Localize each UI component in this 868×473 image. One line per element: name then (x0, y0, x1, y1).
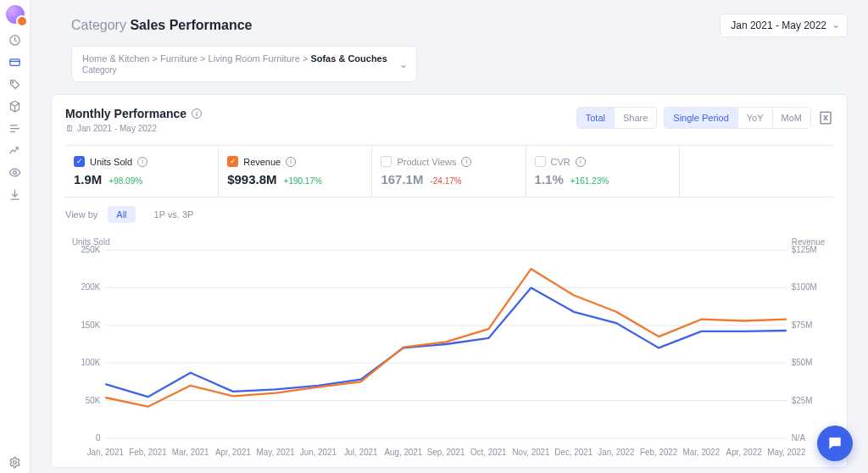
svg-text:N/A: N/A (792, 433, 806, 442)
svg-text:250K: 250K (81, 245, 100, 254)
svg-point-4 (14, 460, 17, 464)
metric-cvr-checkbox[interactable] (535, 156, 546, 167)
svg-point-3 (14, 170, 17, 174)
metric-row: ✓Units Soldi1.9M+98.09%✓Revenuei$993.8M+… (65, 145, 833, 198)
svg-text:May, 2022: May, 2022 (767, 448, 806, 457)
metric-empty (680, 146, 833, 197)
panel-header: Monthly Performance i 🗓 Jan 2021 - May 2… (65, 107, 833, 133)
nav-download-icon[interactable] (0, 183, 31, 205)
nav-timeline-icon[interactable] (0, 117, 31, 139)
chart: Units SoldRevenue0N/A50K$25M100K$50M150K… (65, 235, 833, 462)
mode-tab-total[interactable]: Total (577, 108, 614, 128)
panel-title: Monthly Performance i (65, 107, 202, 120)
viewby-all[interactable]: All (108, 206, 135, 223)
metric-revenue-checkbox[interactable]: ✓ (227, 156, 238, 167)
svg-text:Jun, 2021: Jun, 2021 (300, 448, 337, 457)
nav-history-icon[interactable] (0, 29, 31, 51)
viewby-row: View by All 1P vs. 3P (65, 198, 833, 231)
metric-cvr[interactable]: CVRi1.1%+161.23% (526, 146, 680, 197)
svg-text:May, 2021: May, 2021 (257, 448, 296, 457)
panel-title-text: Monthly Performance (65, 107, 186, 120)
svg-text:Aug, 2021: Aug, 2021 (384, 448, 422, 457)
calendar-icon: 🗓 (65, 124, 74, 133)
svg-text:200K: 200K (81, 282, 100, 292)
nav-trend-icon[interactable] (0, 139, 31, 161)
metric-cvr-label: CVR (551, 157, 570, 167)
svg-text:150K: 150K (81, 320, 100, 330)
period-tab-yoy[interactable]: YoY (737, 108, 772, 128)
svg-text:Apr, 2021: Apr, 2021 (215, 448, 252, 457)
viewby-1p3p[interactable]: 1P vs. 3P (146, 206, 203, 223)
main: Category Sales Performance Jan 2021 - Ma… (31, 0, 868, 473)
date-range-picker[interactable]: Jan 2021 - May 2022 (720, 14, 848, 37)
nav-gear-icon[interactable] (0, 451, 31, 473)
metric-views[interactable]: Product Viewsi167.1M-24.17% (372, 146, 526, 197)
info-icon[interactable]: i (461, 157, 471, 167)
metric-revenue-label: Revenue (243, 157, 281, 167)
metric-units-value: 1.9M (74, 172, 102, 186)
svg-text:$50M: $50M (792, 358, 813, 367)
svg-text:Feb, 2021: Feb, 2021 (129, 448, 167, 457)
export-xls-icon[interactable] (818, 110, 833, 125)
mode-tabs: Total Share (576, 107, 658, 129)
info-icon[interactable]: i (192, 109, 202, 119)
metric-views-checkbox[interactable] (381, 156, 392, 167)
svg-text:$100M: $100M (792, 282, 817, 292)
metric-views-value: 167.1M (381, 172, 423, 186)
nav-tag-icon[interactable] (0, 73, 31, 95)
svg-text:Feb, 2022: Feb, 2022 (640, 448, 678, 457)
svg-text:0: 0 (96, 433, 101, 442)
period-tabs: Single Period YoY MoM (664, 107, 811, 129)
info-icon[interactable]: i (137, 157, 147, 167)
metric-revenue-delta: +190.17% (284, 176, 322, 186)
svg-text:$25M: $25M (792, 396, 813, 405)
panel-period: Jan 2021 - May 2022 (77, 124, 157, 133)
svg-point-2 (12, 81, 14, 83)
metric-revenue-value: $993.8M (227, 172, 276, 186)
metric-views-label: Product Views (397, 157, 456, 167)
metric-units-label: Units Sold (90, 157, 132, 167)
svg-text:$125M: $125M (792, 245, 817, 254)
info-icon[interactable]: i (576, 157, 586, 167)
nav-rail (0, 0, 31, 473)
page-header: Category Sales Performance Jan 2021 - Ma… (71, 14, 848, 37)
svg-text:Sep, 2021: Sep, 2021 (427, 448, 465, 457)
svg-text:50K: 50K (86, 396, 101, 405)
svg-text:Jan, 2022: Jan, 2022 (598, 448, 635, 457)
crumb-2: Living Room Furniture (209, 53, 300, 64)
breadcrumb-path: Home & Kitchen > Furniture > Living Room… (82, 53, 387, 64)
metric-views-delta: -24.17% (430, 176, 461, 186)
crumb-0: Home & Kitchen (82, 53, 149, 64)
crumb-3: Sofas & Couches (310, 53, 387, 64)
metric-units-checkbox[interactable]: ✓ (74, 156, 85, 167)
crumb-1: Furniture (160, 53, 198, 64)
metric-units-delta: +98.09% (108, 176, 142, 186)
mode-tab-share[interactable]: Share (614, 108, 656, 128)
metric-cvr-delta: +161.23% (570, 176, 609, 186)
svg-text:Dec, 2021: Dec, 2021 (554, 448, 593, 457)
breadcrumb[interactable]: Home & Kitchen > Furniture > Living Room… (71, 46, 417, 82)
svg-text:$75M: $75M (792, 320, 813, 330)
svg-text:Jul, 2021: Jul, 2021 (344, 448, 378, 457)
nav-eye-icon[interactable] (0, 161, 31, 183)
svg-text:Mar, 2022: Mar, 2022 (683, 448, 721, 457)
avatar[interactable] (6, 5, 25, 24)
nav-cube-icon[interactable] (0, 95, 31, 117)
svg-text:Nov, 2021: Nov, 2021 (512, 448, 550, 457)
metric-units[interactable]: ✓Units Soldi1.9M+98.09% (65, 146, 219, 197)
viewby-label: View by (65, 209, 97, 220)
chat-button[interactable] (817, 426, 853, 461)
nav-cards-icon[interactable] (0, 51, 31, 73)
svg-text:Jan, 2021: Jan, 2021 (87, 448, 125, 457)
page-title-prefix: Category (71, 18, 126, 32)
info-icon[interactable]: i (286, 157, 296, 167)
period-tab-single[interactable]: Single Period (665, 108, 737, 128)
svg-text:Mar, 2021: Mar, 2021 (172, 448, 209, 457)
panel-subtitle: 🗓 Jan 2021 - May 2022 (65, 124, 202, 133)
period-tab-mom[interactable]: MoM (772, 108, 810, 128)
page-title-main: Sales Performance (130, 18, 252, 32)
breadcrumb-sub: Category (82, 65, 387, 75)
performance-panel: Monthly Performance i 🗓 Jan 2021 - May 2… (51, 94, 848, 468)
panel-controls: Total Share Single Period YoY MoM (576, 107, 833, 129)
metric-revenue[interactable]: ✓Revenuei$993.8M+190.17% (219, 146, 372, 197)
